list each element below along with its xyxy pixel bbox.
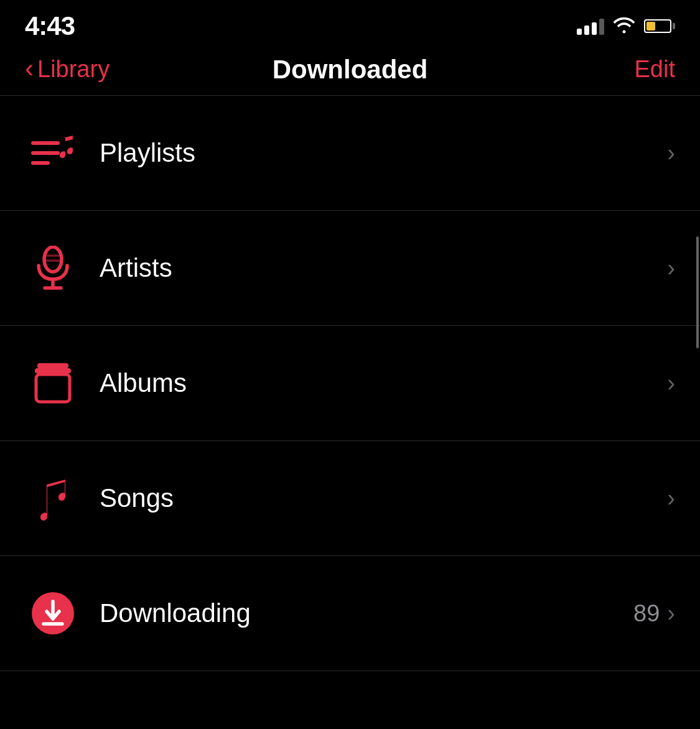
artists-label: Artists	[100, 253, 667, 283]
edit-button[interactable]: Edit	[635, 56, 675, 83]
download-icon	[25, 592, 81, 635]
signal-bars-icon	[577, 17, 604, 35]
list-item-songs[interactable]: Songs ›	[0, 441, 700, 556]
back-chevron-icon: ‹	[25, 55, 34, 81]
list-item-playlists[interactable]: Playlists ›	[0, 96, 700, 211]
playlists-label: Playlists	[100, 138, 667, 168]
chevron-right-icon: ›	[667, 600, 675, 627]
scrollbar[interactable]	[695, 50, 700, 729]
battery-icon	[644, 19, 675, 33]
svg-rect-10	[36, 374, 70, 402]
chevron-right-icon: ›	[667, 255, 675, 282]
chevron-right-icon: ›	[667, 370, 675, 397]
playlist-icon	[25, 131, 81, 175]
wifi-icon	[613, 16, 635, 36]
signal-bar-4	[599, 19, 604, 35]
chevron-right-icon: ›	[667, 485, 675, 512]
status-bar: 4:43	[0, 0, 700, 50]
list-item-downloading[interactable]: Downloading 89 ›	[0, 556, 700, 671]
list-item-artists[interactable]: Artists ›	[0, 211, 700, 326]
microphone-icon	[25, 246, 81, 290]
signal-bar-3	[592, 22, 597, 35]
battery-body	[644, 19, 671, 33]
svg-point-3	[44, 247, 62, 272]
scrollbar-thumb	[696, 236, 699, 348]
status-icons	[577, 16, 675, 36]
back-label: Library	[37, 56, 110, 83]
downloading-count: 89	[633, 600, 660, 627]
back-button[interactable]: ‹ Library	[25, 56, 110, 83]
svg-rect-8	[39, 364, 67, 367]
battery-tip	[673, 23, 675, 29]
svg-rect-9	[36, 369, 70, 372]
list-container: Playlists › Artists ›	[0, 96, 700, 671]
signal-bar-1	[577, 29, 582, 35]
nav-bar: ‹ Library Downloaded Edit	[0, 50, 700, 96]
battery-fill	[646, 22, 655, 30]
chevron-right-icon: ›	[667, 140, 675, 167]
signal-bar-2	[584, 26, 589, 35]
list-item-albums[interactable]: Albums ›	[0, 326, 700, 441]
status-time: 4:43	[25, 11, 75, 41]
albums-label: Albums	[100, 368, 667, 398]
downloading-label: Downloading	[100, 598, 633, 628]
songs-label: Songs	[100, 483, 667, 513]
albums-icon	[25, 361, 81, 406]
music-note-icon	[25, 476, 81, 521]
page-title: Downloaded	[273, 55, 428, 85]
